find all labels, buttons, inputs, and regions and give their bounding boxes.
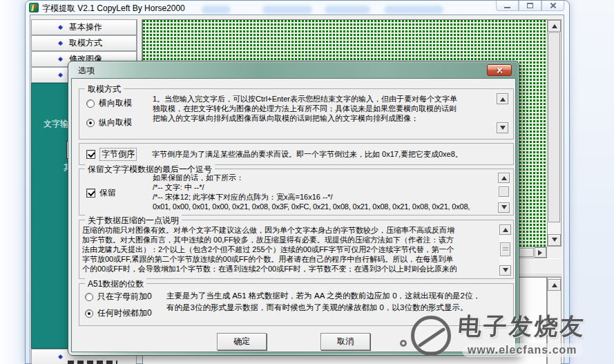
- arrow-up-icon: [500, 95, 506, 102]
- diamond-icon: [58, 40, 63, 46]
- arrow-right-icon: [538, 250, 545, 256]
- cancel-button[interactable]: 取消: [320, 333, 370, 350]
- arrow-down-icon: [552, 238, 557, 245]
- arrow-down-icon: [501, 205, 507, 212]
- scroll-down-button[interactable]: [548, 234, 561, 246]
- canvas-vscrollbar[interactable]: [547, 19, 562, 247]
- scroll-thumb[interactable]: [548, 32, 560, 222]
- radio-label: 纵向取模: [99, 117, 132, 128]
- byte-reverse-box: 字节倒序 字节倒序是为了满足某些液晶的要求而设。即一个字节倒过来，比如 0x17…: [79, 143, 514, 165]
- arrow-down-icon: [503, 268, 508, 275]
- app-icon: [29, 3, 39, 12]
- arrow-up-icon: [552, 280, 557, 287]
- group-keep-comma: 保留文字字模数据的最后一个逗号 保留 如果保留的话，如下所示： /*-- 文字:…: [79, 169, 514, 215]
- close-icon: [550, 2, 557, 9]
- scroll-up-button[interactable]: [499, 224, 511, 235]
- diamond-icon: [58, 24, 63, 30]
- watermark-blur: [262, 6, 312, 14]
- diamond-icon: [58, 72, 63, 78]
- group-compression-note: 关于数据压缩的一点说明 压缩的功能只对图像有效。对单个文字不建议这么做，因为单个…: [79, 220, 514, 279]
- group-title: A51数据的位数: [85, 278, 146, 290]
- minimize-button[interactable]: [496, 1, 519, 11]
- radio-letter-only[interactable]: 只在字母前加0: [85, 291, 152, 303]
- elecfans-watermark: 电子发烧友 www.elecfans.com: [404, 309, 614, 364]
- scroll-up-button[interactable]: [548, 279, 561, 291]
- watermark-url: www.elecfans.com: [462, 343, 583, 357]
- keep-checkbox-row[interactable]: 保留: [86, 187, 116, 199]
- radio-icon: [85, 293, 93, 301]
- scroll-down-button[interactable]: [498, 202, 510, 213]
- byte-reverse-description: 字节倒序是为了满足某些液晶的要求而设。即一个字节倒过来，比如 0x17,要把它变…: [152, 149, 511, 159]
- window-title: 字模提取 V2.1 CopyLeft By Horse2000: [42, 3, 185, 15]
- group-title: 取模方式: [85, 84, 124, 95]
- radio-icon-checked: [85, 309, 93, 318]
- radio-label: 只在字母前加0: [97, 291, 152, 303]
- thumb-grip-icon: [503, 247, 508, 251]
- keep-checkbox[interactable]: [86, 189, 95, 198]
- maximize-icon: [527, 3, 533, 8]
- scroll-right-button[interactable]: [535, 247, 546, 258]
- mode-description: 1。当您输入完文字后，可以按Ctrl+Enter表示您想结束文字的输入，但由于要…: [153, 94, 494, 123]
- checkbox-label: 保留: [99, 187, 116, 199]
- diamond-icon: [58, 354, 63, 360]
- scroll-up-button[interactable]: [548, 20, 561, 32]
- group-extract-mode: 取模方式 横向取模 纵向取模 1。当您输入完文字后，可以按Ctrl+Enter表…: [79, 88, 514, 140]
- radio-icon: [86, 99, 95, 108]
- page-background-sheen: [0, 0, 25, 364]
- diamond-icon: [58, 56, 63, 62]
- sidebar-item-basic-ops[interactable]: 基本操作: [31, 19, 137, 35]
- elecfans-logo-icon: [411, 316, 451, 356]
- radio-label: 任何时候都加0: [97, 307, 152, 319]
- dialog-title: 选项: [78, 65, 95, 77]
- radio-vertical-mode[interactable]: 纵向取模: [86, 117, 132, 128]
- scroll-up-button[interactable]: [498, 173, 510, 183]
- scroll-down-button[interactable]: [497, 122, 508, 133]
- compression-scrollbar[interactable]: [499, 224, 511, 276]
- sidebar-item-label: 取模方式: [69, 37, 102, 49]
- watermark-blur: [384, 6, 443, 14]
- keep-desc-scrollbar[interactable]: [498, 173, 510, 213]
- clipped-label: [68, 361, 117, 364]
- compression-description: 压缩的功能只对图像有效。对单个文字不建议这么做，因为单个文字本身占的字节数较少，…: [82, 225, 497, 274]
- byte-reverse-checkbox[interactable]: [86, 150, 95, 159]
- radio-horizontal-mode[interactable]: 横向取模: [86, 97, 132, 109]
- window-controls: [496, 1, 564, 11]
- radio-label: 横向取模: [99, 97, 132, 109]
- arrow-up-icon: [503, 225, 508, 232]
- radio-always-pad[interactable]: 任何时候都加0: [85, 307, 152, 319]
- logo-dot-icon: [400, 340, 407, 347]
- mode-desc-scrollbar[interactable]: [497, 93, 508, 133]
- arrow-up-icon: [501, 173, 507, 180]
- arrow-down-icon: [500, 126, 506, 133]
- checkbox-label[interactable]: 字节倒序: [99, 148, 137, 161]
- scroll-down-button[interactable]: [499, 265, 511, 276]
- arrow-up-icon: [552, 21, 557, 28]
- minimize-icon: [504, 6, 510, 8]
- dialog-close-button[interactable]: [487, 64, 512, 76]
- watermark-brand: 电子发烧友: [457, 311, 586, 343]
- scroll-thumb[interactable]: [500, 242, 510, 256]
- scroll-thumb[interactable]: [499, 186, 509, 197]
- keep-comma-example: 如果保留的话，如下所示： /*-- 文字: 中 --*/ /*-- 宋体12; …: [153, 173, 497, 211]
- scrollbar-corner: [547, 247, 562, 258]
- sidebar-item-label: 基本操作: [69, 21, 102, 33]
- dialog-titlebar: 选项: [68, 61, 519, 78]
- ok-button[interactable]: 确定: [217, 333, 267, 350]
- watermark-blur: [202, 6, 231, 14]
- sidebar-item-extract-mode[interactable]: 取模方式: [31, 35, 137, 51]
- page: 字模提取 V2.1 CopyLeft By Horse2000 基本操作 取模方…: [0, 0, 614, 364]
- maximize-button[interactable]: [519, 1, 541, 11]
- radio-icon-checked: [86, 119, 95, 127]
- text-input-area-label: 文字输: [44, 118, 68, 130]
- close-icon: [497, 68, 502, 73]
- scroll-up-button[interactable]: [497, 93, 508, 104]
- close-window-button[interactable]: [541, 1, 564, 11]
- watermark-blur: [325, 6, 370, 14]
